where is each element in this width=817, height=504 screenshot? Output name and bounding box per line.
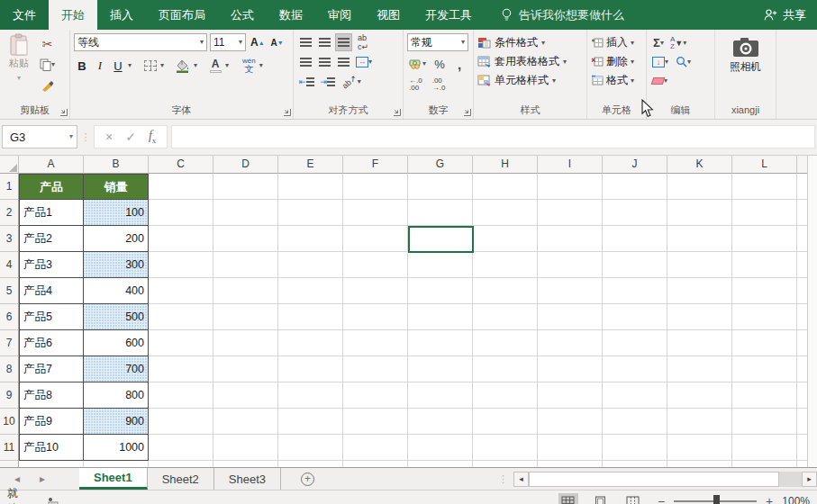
- cell-C12[interactable]: [149, 461, 213, 467]
- cell-B2[interactable]: 100: [84, 200, 149, 226]
- cell-H4[interactable]: [473, 252, 538, 278]
- accounting-format-button[interactable]: ▾: [407, 55, 428, 73]
- cell-E11[interactable]: [278, 435, 343, 461]
- cell-L8[interactable]: [732, 356, 797, 382]
- col-header-F[interactable]: F: [343, 156, 408, 174]
- cell-K3[interactable]: [667, 226, 732, 252]
- font-color-button[interactable]: A: [207, 57, 223, 75]
- align-left-button[interactable]: [297, 53, 313, 71]
- row-header-6[interactable]: 6: [0, 304, 19, 330]
- cell-B6[interactable]: 500: [84, 304, 149, 330]
- col-header-I[interactable]: I: [538, 156, 603, 174]
- cell-G6[interactable]: [408, 304, 473, 330]
- cell-D6[interactable]: [213, 304, 278, 330]
- cell-H6[interactable]: [473, 304, 538, 330]
- paste-dropdown-arrow[interactable]: ▾: [17, 74, 21, 82]
- col-header-A[interactable]: A: [19, 156, 84, 174]
- cell-F5[interactable]: [343, 278, 408, 304]
- tab-insert[interactable]: 插入: [97, 0, 146, 30]
- cell-J6[interactable]: [603, 304, 667, 330]
- cell-J4[interactable]: [603, 252, 667, 278]
- cancel-button[interactable]: ×: [105, 130, 113, 144]
- cell-E8[interactable]: [278, 356, 343, 382]
- zoom-in-button[interactable]: +: [766, 494, 773, 504]
- cell-A2[interactable]: 产品1: [19, 200, 84, 226]
- cell-A12[interactable]: [19, 461, 84, 467]
- cell-C8[interactable]: [149, 356, 213, 382]
- cell-F12[interactable]: [343, 461, 408, 467]
- cell-B9[interactable]: 800: [84, 382, 149, 409]
- cell-G7[interactable]: [408, 330, 473, 356]
- phonetic-dropdown-arrow[interactable]: ▾: [259, 62, 263, 69]
- zoom-level[interactable]: 100%: [782, 495, 810, 504]
- cell-H9[interactable]: [473, 382, 538, 409]
- cell-K1[interactable]: [667, 174, 732, 200]
- cell-D10[interactable]: [213, 409, 278, 435]
- cell-I3[interactable]: [538, 226, 603, 252]
- col-header-K[interactable]: K: [667, 156, 732, 174]
- cell-J2[interactable]: [603, 200, 667, 226]
- cell-G4[interactable]: [408, 252, 473, 278]
- cell-B10[interactable]: 900: [84, 409, 149, 435]
- cell-I1[interactable]: [538, 174, 603, 200]
- cell-E10[interactable]: [278, 409, 343, 435]
- autosum-button[interactable]: Σ▾: [650, 34, 667, 52]
- cell-A11[interactable]: 产品10: [19, 435, 84, 461]
- borders-dropdown-arrow[interactable]: ▾: [160, 62, 164, 69]
- accounting-dropdown-arrow[interactable]: ▾: [422, 60, 426, 68]
- borders-button[interactable]: [142, 57, 159, 75]
- cell-D7[interactable]: [213, 330, 278, 356]
- macro-record-icon[interactable]: [48, 497, 59, 504]
- sheet-nav-left-icon[interactable]: ◂: [14, 472, 20, 485]
- cell-K12[interactable]: [667, 461, 732, 467]
- format-cells-button[interactable]: 格式▾: [591, 71, 642, 90]
- copy-button[interactable]: ▾: [38, 56, 57, 74]
- page-layout-view-button[interactable]: [591, 493, 611, 504]
- cell-J3[interactable]: [603, 226, 667, 252]
- cell-I9[interactable]: [538, 382, 603, 409]
- cell-D3[interactable]: [213, 226, 278, 252]
- cell-D9[interactable]: [213, 382, 278, 409]
- enter-button[interactable]: ✓: [125, 130, 136, 144]
- cell-E2[interactable]: [278, 200, 343, 226]
- cell-A1[interactable]: 产品: [19, 174, 84, 200]
- phonetic-button[interactable]: wén 文: [241, 57, 258, 75]
- top-align-button[interactable]: [297, 33, 313, 51]
- name-box[interactable]: G3 ▾: [2, 125, 77, 148]
- cell-B7[interactable]: 600: [84, 330, 149, 356]
- cell-D5[interactable]: [213, 278, 278, 304]
- cell-D12[interactable]: [213, 461, 278, 467]
- cell-L4[interactable]: [732, 252, 797, 278]
- cell-G10[interactable]: [408, 409, 473, 435]
- cell-I6[interactable]: [538, 304, 603, 330]
- cell-H12[interactable]: [473, 461, 538, 467]
- cell-J11[interactable]: [603, 435, 667, 461]
- col-header-D[interactable]: D: [213, 156, 278, 174]
- row-header-1[interactable]: 1: [0, 174, 19, 200]
- fill-color-button[interactable]: [174, 57, 192, 75]
- bottom-align-button[interactable]: [335, 33, 352, 51]
- hscroll-right-arrow[interactable]: ▸: [802, 472, 817, 487]
- col-header-L[interactable]: L: [732, 156, 797, 174]
- cell-L11[interactable]: [732, 435, 797, 461]
- cell-D1[interactable]: [213, 174, 278, 200]
- align-right-button[interactable]: [335, 53, 351, 71]
- percent-button[interactable]: %: [431, 55, 448, 73]
- cell-J5[interactable]: [603, 278, 667, 304]
- cell-A7[interactable]: 产品6: [19, 330, 84, 356]
- fill-button[interactable]: ↓▾: [650, 53, 670, 71]
- conditional-formatting-button[interactable]: 条件格式▾: [477, 33, 583, 52]
- clear-button[interactable]: ▾: [650, 72, 669, 90]
- cell-F11[interactable]: [343, 435, 408, 461]
- cell-H5[interactable]: [473, 278, 538, 304]
- cell-H10[interactable]: [473, 409, 538, 435]
- cell-A9[interactable]: 产品8: [19, 382, 84, 409]
- cell-L10[interactable]: [732, 409, 797, 435]
- cell-H1[interactable]: [473, 174, 538, 200]
- align-center-button[interactable]: [316, 53, 332, 71]
- cell-D2[interactable]: [213, 200, 278, 226]
- cell-K4[interactable]: [667, 252, 732, 278]
- cell-J12[interactable]: [603, 461, 667, 467]
- cell-K8[interactable]: [667, 356, 732, 382]
- cell-A5[interactable]: 产品4: [19, 278, 84, 304]
